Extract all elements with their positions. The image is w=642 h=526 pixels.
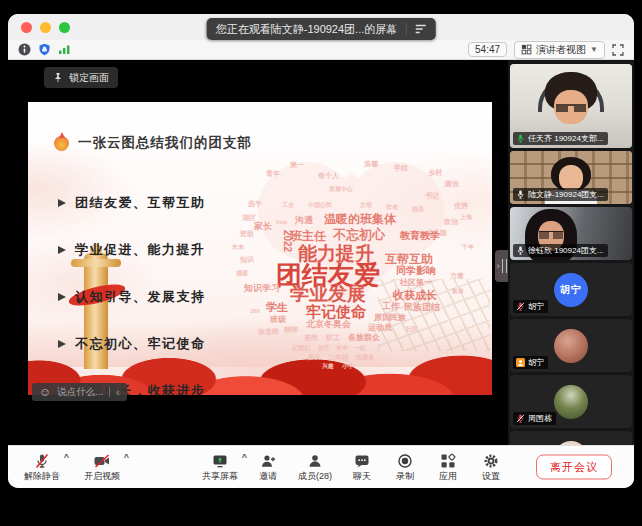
fullscreen-icon[interactable] (612, 44, 624, 56)
meeting-toolbar: 解除静音^开启视频^ 共享屏幕^邀请成员(28)聊天录制应用设置 离开会议 (8, 445, 634, 488)
cloud-word: 同学影响 (396, 266, 436, 276)
speaker-view-icon (521, 44, 532, 55)
camera-off-red-icon (93, 453, 111, 469)
more-options-caret[interactable]: ^ (64, 452, 69, 462)
mic-muted-icon (516, 414, 525, 423)
slide-bullet: 认知引导、发展支持 (58, 288, 206, 306)
mic-muted-icon (516, 302, 525, 311)
apps-grid-icon (440, 453, 456, 469)
cloud-word: 集体 (452, 288, 464, 294)
participant-label: 胡宁 (513, 300, 548, 313)
arrow-bullet-icon (58, 246, 66, 254)
cloud-word: 感谢 (236, 270, 248, 276)
cloud-word: 乡村 (428, 169, 442, 176)
slide-emblem-icon (54, 136, 69, 151)
leave-meeting-button[interactable]: 离开会议 (536, 455, 612, 480)
invite-button[interactable]: 邀请 (253, 451, 283, 483)
cloud-word: 资助 (240, 230, 254, 237)
participant-label: 周国栋 (513, 412, 556, 425)
more-options-caret[interactable]: ^ (242, 452, 247, 462)
slide-bullet-text: 团结友爱、互帮互助 (75, 194, 206, 212)
arrow-bullet-icon (58, 199, 66, 207)
record-circle-icon (397, 453, 413, 469)
emoji-icon[interactable]: ☺ (39, 386, 51, 398)
banner-divider (405, 23, 406, 35)
participant-tile[interactable] (510, 431, 632, 445)
participant-tile[interactable]: 胡宁 (510, 319, 632, 372)
cloud-word: 温暖的班集体 (324, 213, 396, 225)
no-audio-icon (516, 358, 525, 367)
cloud-word: 温馨 (364, 160, 378, 167)
banner-menu-icon[interactable] (414, 24, 426, 34)
cloud-word: 职工 (326, 334, 340, 341)
minimize-window-button[interactable] (40, 22, 51, 33)
viewing-banner-text: 您正在观看陆文静-190924团...的屏幕 (216, 22, 398, 37)
zoom-window-button[interactable] (59, 22, 70, 33)
slide-bullet-text: 不忘初心、牢记使命 (75, 335, 206, 353)
chat-collapse-icon[interactable]: ‹ (116, 387, 119, 398)
viewing-banner[interactable]: 您正在观看陆文静-190924团...的屏幕 (207, 18, 436, 40)
cloud-word: 志愿者 (356, 354, 374, 360)
view-mode-label: 演讲者视图 (536, 43, 586, 57)
cloud-word: 二年级 (328, 354, 349, 361)
cloud-word: 上海 (460, 214, 472, 220)
cloud-word: 知识 (240, 256, 254, 263)
participant-label: 徐钰欣 190924团支... (513, 244, 608, 257)
arrow-bullet-icon (58, 340, 66, 348)
share-screen-button[interactable]: 共享屏幕^ (200, 451, 240, 483)
participant-name: 徐钰欣 190924团支... (528, 245, 604, 256)
participant-tile[interactable]: 徐钰欣 190924团支... (510, 207, 632, 260)
apps-button[interactable]: 应用 (433, 451, 463, 483)
meeting-info-icon[interactable] (18, 43, 31, 56)
chevron-right-icon: › (497, 261, 500, 271)
cloud-word: 建设 (445, 180, 459, 187)
share-screen-label: 共享屏幕 (202, 470, 238, 483)
participant-tile[interactable]: 周国栋 (510, 375, 632, 428)
gear-icon (483, 453, 499, 469)
slide-title: 一张云图总结我们的团支部 (78, 134, 252, 152)
start-video-button[interactable]: 开启视频^ (82, 451, 122, 483)
participant-name: 任天齐 190924支部... (528, 133, 604, 144)
panel-collapse-handle[interactable]: › (495, 250, 508, 282)
pin-view-button[interactable]: 锁定画面 (44, 67, 118, 88)
participant-tile[interactable]: 胡宁胡宁 (510, 263, 632, 316)
quick-chat-input[interactable]: ☺ 说点什么... ‹ (32, 383, 127, 401)
cloud-word: 每个人 (318, 172, 339, 179)
settings-button[interactable]: 设置 (476, 451, 506, 483)
participant-name: 胡宁 (528, 301, 544, 312)
encryption-shield-icon[interactable] (38, 43, 51, 56)
cloud-word: 工业 (282, 202, 294, 208)
cloud-word: 班级 (270, 316, 286, 324)
cloud-word: 北京冬奥会 (306, 320, 351, 329)
close-window-button[interactable] (21, 22, 32, 33)
view-mode-button[interactable]: 演讲者视图 ▼ (514, 41, 605, 59)
cloud-word: 中国公民 (308, 202, 332, 208)
participant-tile[interactable]: 任天齐 190924支部... (510, 64, 632, 148)
cloud-word: 知识学习 (244, 284, 280, 293)
cloud-word: 精神 (284, 326, 298, 333)
cloud-word: 发展中心 (329, 186, 353, 192)
cloud-word: 青年 (336, 345, 348, 351)
participants-panel: 任天齐 190924支部...陆文静-190924团支...徐钰欣 190924… (508, 60, 634, 445)
mic-on-icon (516, 190, 525, 199)
participant-tile[interactable]: 陆文静-190924团支... (510, 151, 632, 204)
participant-name: 陆文静-190924团支... (528, 189, 604, 200)
handle-grip (502, 259, 507, 273)
participant-avatar (510, 431, 632, 445)
more-options-caret[interactable]: ^ (124, 452, 129, 462)
shared-slide: 一张云图总结我们的团支部 团结友爱、互帮互助学业促进、能力提升认知引导、发展支持… (28, 102, 492, 395)
mic-active-icon (516, 134, 525, 143)
slide-bullet: 团结友爱、互帮互助 (58, 194, 206, 212)
cloud-word: 一起 (354, 345, 366, 351)
pin-icon (53, 72, 63, 83)
chat-button[interactable]: 聊天 (347, 451, 377, 483)
cloud-word: 政治 (444, 218, 458, 225)
cloud-word: 学生 (266, 302, 288, 313)
toolbar-center-group: 共享屏幕^邀请成员(28)聊天录制应用设置 (200, 446, 506, 488)
slide-bullet: 不忘初心、牢记使命 (58, 335, 206, 353)
record-button[interactable]: 录制 (390, 451, 420, 483)
participants-button[interactable]: 成员(28) (296, 451, 334, 483)
unmute-button[interactable]: 解除静音^ (22, 451, 62, 483)
cloud-word: 第一 (290, 161, 304, 168)
cloud-word: 不忘初心 (333, 228, 385, 241)
